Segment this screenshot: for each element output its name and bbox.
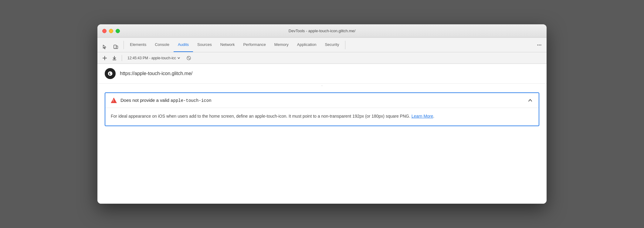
- no-throttle-button[interactable]: [185, 54, 192, 62]
- minimize-button[interactable]: [109, 29, 113, 33]
- main-content: https://apple-touch-icon.glitch.me/ • Do…: [97, 64, 547, 204]
- more-tabs-button[interactable]: [534, 40, 544, 50]
- secondary-toolbar: 12:45:43 PM - apple-touch-icc: [97, 52, 547, 64]
- inspect-element-button[interactable]: [100, 42, 110, 52]
- svg-rect-1: [116, 46, 118, 49]
- learn-more-link[interactable]: Learn More: [412, 114, 433, 119]
- svg-point-2: [115, 48, 115, 49]
- warning-title-prefix: Does not provide a valid: [120, 98, 171, 103]
- audit-panel: Does not provide a valid apple-touch-ico…: [97, 88, 547, 133]
- tab-console[interactable]: Console: [151, 38, 174, 52]
- plus-icon: [103, 56, 107, 60]
- collapse-button[interactable]: [527, 97, 533, 103]
- chevron-down-icon: [177, 57, 180, 60]
- devtools-tabs-bar: Elements Console Audits Sources Network …: [97, 38, 547, 52]
- add-button[interactable]: [101, 54, 108, 62]
- glitch-logo-icon: [107, 70, 114, 77]
- window-title: DevTools - apple-touch-icon.glitch.me/: [289, 29, 355, 33]
- warning-title: Does not provide a valid apple-touch-ico…: [120, 98, 212, 103]
- warning-header[interactable]: Does not provide a valid apple-touch-ico…: [105, 93, 539, 108]
- site-icon: [105, 68, 116, 79]
- tab-elements[interactable]: Elements: [126, 38, 151, 52]
- svg-point-5: [541, 44, 541, 45]
- device-icon: [113, 44, 118, 50]
- warning-card: Does not provide a valid apple-touch-ico…: [105, 92, 539, 126]
- tab-sources[interactable]: Sources: [193, 38, 216, 52]
- dot-separator: •: [97, 84, 547, 88]
- svg-point-3: [537, 44, 538, 45]
- tab-performance[interactable]: Performance: [239, 38, 270, 52]
- download-button[interactable]: [111, 54, 118, 62]
- page-url: https://apple-touch-icon.glitch.me/: [120, 71, 192, 76]
- tabs-divider-right: [345, 41, 345, 49]
- tab-memory[interactable]: Memory: [270, 38, 293, 52]
- devtools-window: DevTools - apple-touch-icon.glitch.me/ E…: [97, 24, 547, 204]
- tabs-divider: [124, 41, 124, 49]
- close-button[interactable]: [102, 29, 107, 33]
- warning-body: For ideal appearance on iOS when users a…: [105, 108, 539, 126]
- tab-network[interactable]: Network: [216, 38, 239, 52]
- toolbar-separator: [122, 55, 122, 61]
- warning-description: For ideal appearance on iOS when users a…: [111, 113, 533, 119]
- more-icon: [537, 43, 542, 47]
- chevron-up-icon: [528, 98, 533, 103]
- svg-line-11: [188, 57, 190, 59]
- download-icon: [112, 56, 117, 60]
- tab-security[interactable]: Security: [320, 38, 343, 52]
- block-icon: [186, 56, 191, 60]
- maximize-button[interactable]: [116, 29, 120, 33]
- tab-audits[interactable]: Audits: [174, 38, 193, 52]
- traffic-lights: [102, 29, 120, 33]
- warning-title-code: apple-touch-icon: [171, 98, 211, 103]
- tabs-list: Elements Console Audits Sources Network …: [126, 38, 343, 52]
- session-text: 12:45:43 PM - apple-touch-icc: [127, 56, 176, 60]
- device-toggle-button[interactable]: [111, 42, 120, 52]
- warning-header-left: Does not provide a valid apple-touch-ico…: [111, 98, 212, 103]
- warning-triangle-icon: [111, 98, 117, 103]
- url-row: https://apple-touch-icon.glitch.me/: [97, 64, 547, 84]
- cursor-icon: [102, 44, 107, 50]
- session-selector[interactable]: 12:45:43 PM - apple-touch-icc: [126, 55, 182, 61]
- svg-point-4: [539, 44, 540, 45]
- tab-application[interactable]: Application: [293, 38, 321, 52]
- titlebar: DevTools - apple-touch-icon.glitch.me/: [97, 24, 547, 38]
